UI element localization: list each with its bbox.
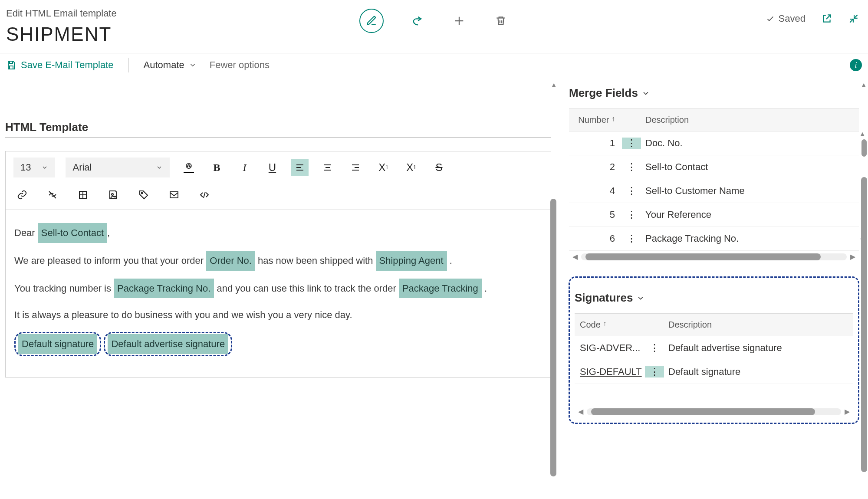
code-button[interactable] (196, 186, 213, 204)
callout-default-signature: Default signature (14, 332, 101, 356)
unlink-button[interactable] (44, 186, 61, 204)
popout-button[interactable] (821, 13, 832, 24)
underline-button[interactable]: U (263, 159, 281, 176)
text: . (482, 283, 487, 294)
merge-fields-header: Number ↑ Description (569, 109, 859, 131)
table-row[interactable]: 6 ⋮ Package Tracking No. (569, 227, 859, 251)
cell-description: Your Reference (641, 209, 854, 220)
top-right-status: Saved (766, 13, 859, 24)
editor-body[interactable]: Dear Sell-to Contact, We are pleased to … (6, 210, 551, 377)
row-menu-button[interactable]: ⋮ (645, 342, 664, 354)
merge-chip-advertise-signature[interactable]: Default advertise signature (108, 334, 228, 354)
text: . (447, 255, 452, 266)
image-button[interactable] (105, 186, 122, 204)
row-menu-button[interactable]: ⋮ (645, 366, 664, 378)
col-description-header[interactable]: Description (664, 320, 848, 330)
signatures-title[interactable]: Signatures (575, 291, 645, 305)
cell-description: Doc. No. (641, 138, 854, 149)
editor-line-1: Dear Sell-to Contact, (14, 223, 542, 243)
table-row[interactable]: SIG-ADVER... ⋮ Default advertise signatu… (575, 336, 853, 360)
new-button[interactable] (451, 13, 467, 29)
cell-code: SIG-ADVER... (580, 342, 645, 354)
row-menu-button[interactable]: ⋮ (622, 161, 641, 173)
sort-asc-icon: ↑ (612, 115, 615, 122)
row-menu-button[interactable]: ⋮ (622, 185, 641, 197)
cell-description: Package Tracking No. (641, 233, 854, 244)
svg-point-2 (190, 166, 191, 167)
divider (128, 58, 129, 72)
italic-button[interactable]: I (236, 159, 253, 176)
cell-number: 4 (574, 185, 622, 197)
align-right-button[interactable] (347, 159, 364, 176)
grid-scrollbar[interactable] (861, 139, 867, 157)
align-center-button[interactable] (319, 159, 336, 176)
hscroll-left-icon[interactable]: ◀ (572, 253, 578, 260)
text: You tracking number is (14, 283, 114, 294)
col-code-header[interactable]: Code ↑ (580, 320, 645, 330)
text: We are pleased to inform you that your o… (14, 255, 206, 266)
merge-fields-grid: Number ↑ Description 1 ⋮ Doc. No. 2 ⋮ Se… (569, 108, 859, 263)
tag-button[interactable] (135, 186, 152, 204)
row-menu-button[interactable]: ⋮ (622, 209, 641, 220)
editor-line-3: You tracking number is Package Tracking … (14, 279, 542, 299)
merge-fields-panel: Merge Fields Number ↑ Description 1 ⋮ Do… (569, 77, 859, 263)
editor-line-4: It is always a pleasure to do business w… (14, 306, 542, 324)
col-number-header[interactable]: Number ↑ (574, 115, 622, 125)
signatures-hscroll[interactable]: ◀ ▶ (575, 406, 853, 418)
merge-chip-tracking-link[interactable]: Package Tracking (399, 279, 482, 299)
grid-scroll-up-icon[interactable]: ▲ (859, 131, 866, 138)
merge-chip-order-no[interactable]: Order No. (206, 251, 255, 271)
share-button[interactable] (410, 13, 425, 29)
merge-fields-title[interactable]: Merge Fields (569, 86, 650, 100)
automate-label: Automate (144, 59, 184, 71)
row-menu-button[interactable]: ⋮ (622, 233, 641, 244)
info-button[interactable]: i (850, 59, 862, 71)
strikethrough-button[interactable]: S (430, 159, 447, 176)
scroll-up-arrow-icon[interactable]: ▲ (860, 82, 867, 89)
cell-number: 1 (574, 138, 622, 149)
hscroll-left-icon[interactable]: ◀ (578, 408, 583, 415)
merge-chip-shipping-agent[interactable]: Shipping Agent (376, 251, 447, 271)
signatures-grid: Code ↑ Description SIG-ADVER... ⋮ Defaul… (575, 313, 853, 418)
merge-chip-sell-to-contact[interactable]: Sell-to Contact (38, 223, 107, 243)
automate-menu[interactable]: Automate (144, 59, 197, 71)
font-family-select[interactable]: Arial (66, 158, 170, 177)
table-row[interactable]: 1 ⋮ Doc. No. (569, 131, 859, 155)
link-button[interactable] (13, 186, 31, 204)
fewer-options-action[interactable]: Fewer options (210, 59, 270, 71)
delete-button[interactable] (493, 13, 509, 29)
align-left-button[interactable] (291, 159, 309, 176)
merge-chip-tracking-no[interactable]: Package Tracking No. (114, 279, 214, 299)
edit-button[interactable] (359, 9, 384, 33)
table-row[interactable]: 2 ⋮ Sell-to Contact (569, 155, 859, 179)
table-row[interactable]: 4 ⋮ Sell-to Customer Name (569, 179, 859, 203)
collapse-button[interactable] (848, 13, 859, 24)
cell-description: Default advertise signature (664, 342, 848, 354)
text-color-button[interactable] (180, 159, 197, 176)
html-editor: 13 Arial B I U (5, 151, 551, 378)
hscroll-right-icon[interactable]: ▶ (850, 253, 855, 260)
table-row[interactable]: 5 ⋮ Your Reference (569, 203, 859, 227)
text: Dear (14, 227, 38, 238)
cell-code: SIG-DEFAULT (580, 366, 645, 378)
mail-button[interactable] (165, 186, 183, 204)
sort-asc-icon: ↑ (603, 320, 606, 327)
cell-number: 2 (574, 161, 622, 173)
merge-chip-default-signature[interactable]: Default signature (18, 334, 97, 354)
save-template-action[interactable]: Save E-Mail Template (6, 59, 114, 71)
superscript-button[interactable]: X1 (375, 159, 392, 176)
col-description-header[interactable]: Description (641, 115, 854, 125)
table-button[interactable] (74, 186, 92, 204)
cell-description: Sell-to Contact (641, 161, 854, 173)
merge-fields-hscroll[interactable]: ◀ ▶ (569, 251, 859, 263)
hscroll-right-icon[interactable]: ▶ (845, 408, 850, 415)
right-scrollbar[interactable] (861, 177, 867, 472)
subscript-button[interactable]: X1 (402, 159, 420, 176)
cell-number: 5 (574, 209, 622, 220)
table-row[interactable]: SIG-DEFAULT ⋮ Default signature (575, 360, 853, 384)
row-menu-button[interactable]: ⋮ (622, 138, 641, 149)
bold-button[interactable]: B (208, 159, 225, 176)
signatures-panel-callout: Signatures Code ↑ Description SIG-ADVER.… (569, 276, 859, 424)
font-size-select[interactable]: 13 (13, 158, 55, 177)
cell-description: Default signature (664, 366, 848, 378)
